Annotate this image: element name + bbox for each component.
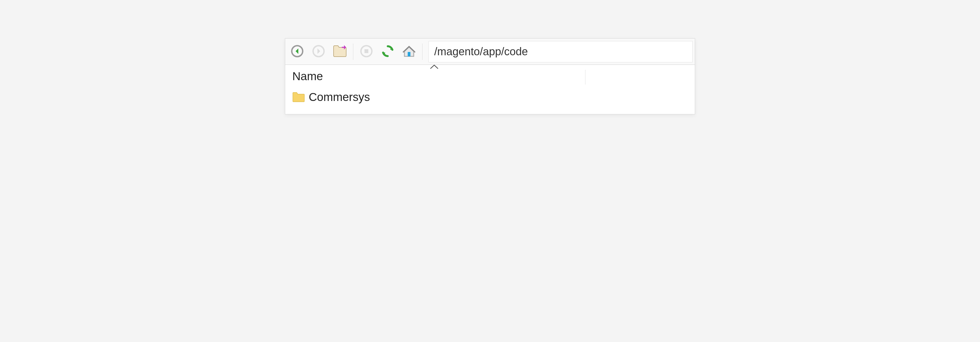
column-header-label: Name — [292, 70, 323, 83]
svg-rect-3 — [364, 49, 368, 53]
toolbar — [285, 38, 695, 65]
folder-up-icon — [332, 45, 347, 59]
parent-directory-button[interactable] — [330, 42, 350, 62]
home-button[interactable] — [399, 42, 419, 62]
back-icon — [291, 45, 304, 59]
stop-icon — [360, 45, 373, 59]
refresh-icon — [381, 44, 395, 59]
stop-button[interactable] — [356, 42, 376, 62]
refresh-button[interactable] — [378, 42, 398, 62]
folder-icon — [292, 92, 305, 102]
list-item[interactable]: Commersys — [292, 89, 688, 105]
svg-rect-4 — [408, 52, 410, 56]
list-item-label: Commersys — [309, 91, 370, 104]
path-input[interactable] — [428, 41, 693, 62]
forward-icon — [312, 45, 325, 59]
forward-button[interactable] — [309, 42, 328, 62]
home-icon — [402, 44, 416, 59]
column-header-name[interactable]: Name — [292, 70, 585, 85]
back-button[interactable] — [287, 42, 307, 62]
file-list: Name Commersys — [285, 65, 695, 114]
file-browser-window: Name Commersys — [285, 38, 695, 114]
toolbar-separator — [353, 43, 353, 60]
